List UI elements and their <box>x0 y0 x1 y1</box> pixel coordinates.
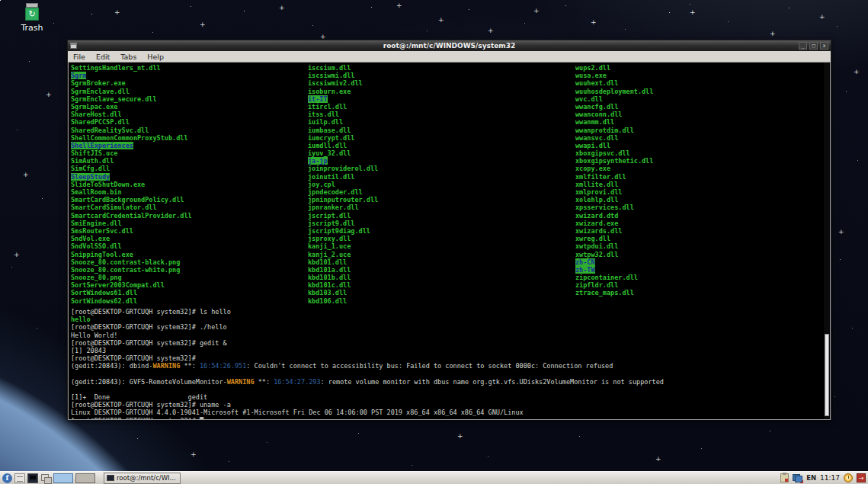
listing-column-1: SettingsHandlers_nt.dllSgrmSgrmBroker.ex… <box>71 64 192 305</box>
file-item: ShiftJIS.uce <box>71 149 192 157</box>
file-item: xboxgipsvc.dll <box>575 149 653 157</box>
file-item: SharedPCCSP.dll <box>71 118 192 126</box>
window-title: root@:/mnt/c/WINDOWS/system32 <box>68 40 831 51</box>
file-item: SmallRoom.bin <box>71 188 192 196</box>
file-item: wwanconn.dll <box>575 111 653 118</box>
alarm-clock-icon[interactable] <box>844 473 853 482</box>
window-titlebar[interactable]: root@:/mnt/c/WINDOWS/system32 _ □ x <box>68 40 831 51</box>
shell-line <box>71 370 821 378</box>
file-item: wwapi.dll <box>575 142 653 149</box>
editor-launcher-icon[interactable] <box>14 473 25 483</box>
menu-tabs[interactable]: Tabs <box>120 53 136 61</box>
logout-icon[interactable]: → <box>857 473 866 482</box>
shell-line: [root@DESKTOP-GRTCUQH system32]# ./hello <box>71 323 821 331</box>
show-desktop-icon[interactable] <box>40 473 51 483</box>
listing-column-2: iscsium.dlliscsiwmi.dlliscsiwmiv2.dlliso… <box>308 64 378 305</box>
file-item: SimCfg.dll <box>71 165 192 172</box>
file-item: SortWindows61.dll <box>71 289 192 296</box>
file-item: SgrmLpac.exe <box>71 103 192 111</box>
file-item: SortServer2003Compat.dll <box>71 281 192 289</box>
file-item: wwanprotdim.dll <box>575 127 653 134</box>
shell-line: [1]+ Done gedit <box>71 393 821 401</box>
shell-line: (gedit:20843): GVFS-RemoteVolumeMonitor-… <box>71 378 821 386</box>
file-item: xwizard.dtd <box>575 212 653 220</box>
listing-column-3: wups2.dllwusa.exewuuhext.dllwuuhosdeploy… <box>575 64 653 297</box>
star-field <box>0 0 1 1</box>
file-item: xmlprovi.dll <box>575 188 653 196</box>
shell-line: [root@DESKTOP-GRTCUQH system32]# ls hell… <box>71 308 821 316</box>
system-tray: EN 11:17 → <box>780 473 866 482</box>
directory-item: Sgrm <box>71 72 86 79</box>
shell-line: [root@DESKTOP-GRTCUQH system32]# █ <box>71 417 821 420</box>
file-item: kanji_2.uce <box>308 251 378 258</box>
file-item: xpsservices.dll <box>575 204 653 211</box>
file-item: Snooze_80.png <box>71 274 192 281</box>
shell-line: hello <box>71 316 821 323</box>
scrollbar-thumb[interactable] <box>825 334 829 416</box>
file-item: kbd106.dll <box>308 297 378 305</box>
file-item: kbd101a.dll <box>308 266 378 274</box>
task-button-label: root@:/mnt/c/WI... <box>117 474 176 482</box>
file-item: jscript9.dll <box>308 220 378 227</box>
desktop: ++ ++ ++ ++ ++ ++ ++ ++ ++ ++ ↻ Trash ro… <box>0 0 868 484</box>
file-item: iscsium.dll <box>308 64 378 72</box>
file-item: iscsiwmiv2.dll <box>308 79 378 87</box>
file-item: iumcrypt.dll <box>308 134 378 142</box>
file-item: kbd101c.dll <box>308 281 378 289</box>
terminal-content[interactable]: SettingsHandlers_nt.dllSgrmSgrmBroker.ex… <box>68 63 831 420</box>
file-item: SnippingTool.exe <box>71 251 192 258</box>
keyboard-layout-indicator[interactable]: EN <box>806 474 816 482</box>
terminal-scrollbar[interactable] <box>824 63 830 419</box>
terminal-launcher-icon[interactable] <box>27 473 38 483</box>
file-item: iumdll.dll <box>308 142 378 149</box>
file-item: joinutil.dll <box>308 173 378 181</box>
file-item: wwancfg.dll <box>575 103 653 111</box>
file-item: SettingsHandlers_nt.dll <box>71 64 192 72</box>
file-item: kbd101.dll <box>308 258 378 266</box>
file-item: SharedRealitySvc.dll <box>71 127 192 134</box>
directory-item: it-IT <box>308 95 328 103</box>
menu-edit[interactable]: Edit <box>96 53 110 61</box>
file-item: xmlfilter.dll <box>575 173 653 181</box>
file-item: kbd103.dll <box>308 289 378 296</box>
file-item: xwreg.dll <box>575 235 653 242</box>
file-item: iuilp.dll <box>308 118 378 126</box>
file-item: jscript.dll <box>308 212 378 220</box>
menu-help[interactable]: Help <box>147 53 164 61</box>
file-item: itss.dll <box>308 111 378 118</box>
trash-icon: ↻ <box>23 3 41 21</box>
close-button[interactable]: x <box>820 42 828 50</box>
network-tray-icon[interactable] <box>793 473 802 482</box>
file-item: ShareHost.dll <box>71 111 192 118</box>
shell-output: [root@DESKTOP-GRTCUQH system32]# ls hell… <box>71 308 821 420</box>
file-item: SimAuth.dll <box>71 157 192 165</box>
workspace-2-pager[interactable] <box>75 473 95 483</box>
file-item: jsproxy.dll <box>308 235 378 242</box>
file-item: xwizard.exe <box>575 220 653 227</box>
shell-line <box>71 386 821 393</box>
start-menu-fedora-icon[interactable]: f <box>2 473 12 483</box>
file-item: SmartCardBackgroundPolicy.dll <box>71 196 192 204</box>
file-item: kanji_1.uce <box>308 242 378 250</box>
file-item: xwtpw32.dll <box>575 251 653 258</box>
file-item: iumbase.dll <box>308 127 378 134</box>
workspace-1-pager[interactable] <box>53 473 73 483</box>
file-item: wups2.dll <box>575 64 653 72</box>
trash-desktop-icon[interactable]: ↻ Trash <box>14 3 50 33</box>
file-item: wuuhosdeployment.dll <box>575 88 653 95</box>
clipboard-tray-icon[interactable] <box>780 473 789 482</box>
maximize-button[interactable]: □ <box>809 42 818 50</box>
directory-item: SleepStudy <box>71 173 110 181</box>
terminal-task-button[interactable]: root@:/mnt/c/WI... <box>104 473 181 484</box>
menu-file[interactable]: File <box>73 53 85 61</box>
shell-line: Hello World! <box>71 332 821 339</box>
file-item: SlideToShutDown.exe <box>71 181 192 188</box>
file-item: zipcontainer.dll <box>575 274 653 281</box>
file-item: SmiEngine.dll <box>71 220 192 227</box>
file-item: SmartCardSimulator.dll <box>71 204 192 211</box>
minimize-button[interactable]: _ <box>799 42 807 50</box>
shell-line: (gedit:20843): dbind-WARNING **: 16:54:2… <box>71 362 821 370</box>
file-item: Snooze_80.contrast-white.png <box>71 266 192 274</box>
file-item: jscript9diag.dll <box>308 227 378 235</box>
file-item: wvc.dll <box>575 95 653 103</box>
